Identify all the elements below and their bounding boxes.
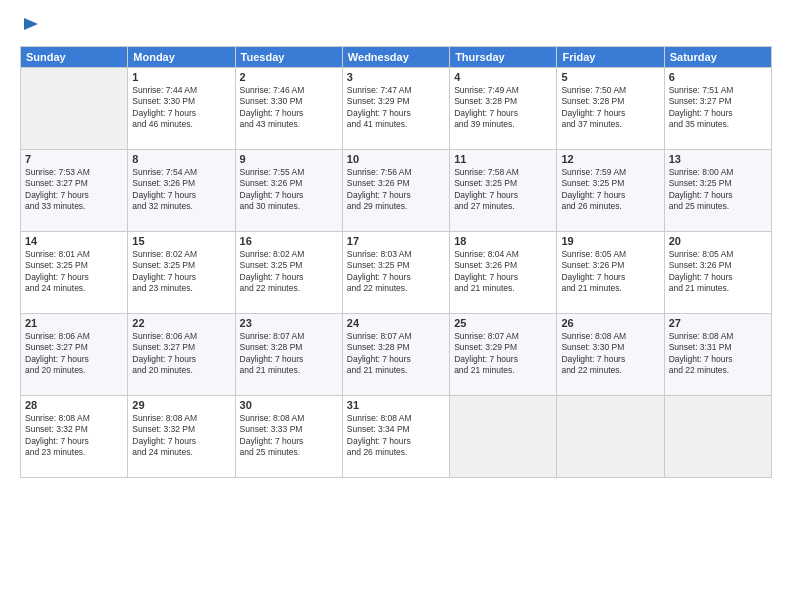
svg-marker-0: [24, 18, 38, 30]
day-number: 23: [240, 317, 338, 329]
day-number: 25: [454, 317, 552, 329]
day-number: 2: [240, 71, 338, 83]
day-number: 17: [347, 235, 445, 247]
cell-info: Sunrise: 8:07 AM Sunset: 3:28 PM Dayligh…: [347, 331, 445, 377]
cell-info: Sunrise: 8:08 AM Sunset: 3:32 PM Dayligh…: [25, 413, 123, 459]
cell-info: Sunrise: 8:03 AM Sunset: 3:25 PM Dayligh…: [347, 249, 445, 295]
week-row-4: 21Sunrise: 8:06 AM Sunset: 3:27 PM Dayli…: [21, 314, 772, 396]
weekday-header-wednesday: Wednesday: [342, 47, 449, 68]
calendar-cell: 15Sunrise: 8:02 AM Sunset: 3:25 PM Dayli…: [128, 232, 235, 314]
cell-info: Sunrise: 8:08 AM Sunset: 3:31 PM Dayligh…: [669, 331, 767, 377]
calendar-cell: 16Sunrise: 8:02 AM Sunset: 3:25 PM Dayli…: [235, 232, 342, 314]
calendar-cell: [450, 396, 557, 478]
cell-info: Sunrise: 8:05 AM Sunset: 3:26 PM Dayligh…: [669, 249, 767, 295]
cell-info: Sunrise: 8:08 AM Sunset: 3:32 PM Dayligh…: [132, 413, 230, 459]
calendar-cell: 19Sunrise: 8:05 AM Sunset: 3:26 PM Dayli…: [557, 232, 664, 314]
weekday-header-monday: Monday: [128, 47, 235, 68]
cell-info: Sunrise: 7:54 AM Sunset: 3:26 PM Dayligh…: [132, 167, 230, 213]
cell-info: Sunrise: 8:07 AM Sunset: 3:28 PM Dayligh…: [240, 331, 338, 377]
day-number: 12: [561, 153, 659, 165]
cell-info: Sunrise: 7:55 AM Sunset: 3:26 PM Dayligh…: [240, 167, 338, 213]
calendar-cell: 14Sunrise: 8:01 AM Sunset: 3:25 PM Dayli…: [21, 232, 128, 314]
calendar-cell: 23Sunrise: 8:07 AM Sunset: 3:28 PM Dayli…: [235, 314, 342, 396]
day-number: 26: [561, 317, 659, 329]
week-row-3: 14Sunrise: 8:01 AM Sunset: 3:25 PM Dayli…: [21, 232, 772, 314]
day-number: 28: [25, 399, 123, 411]
day-number: 19: [561, 235, 659, 247]
cell-info: Sunrise: 7:51 AM Sunset: 3:27 PM Dayligh…: [669, 85, 767, 131]
calendar-cell: 12Sunrise: 7:59 AM Sunset: 3:25 PM Dayli…: [557, 150, 664, 232]
logo-flag-icon: [22, 16, 40, 38]
cell-info: Sunrise: 8:02 AM Sunset: 3:25 PM Dayligh…: [240, 249, 338, 295]
cell-info: Sunrise: 7:49 AM Sunset: 3:28 PM Dayligh…: [454, 85, 552, 131]
cell-info: Sunrise: 7:46 AM Sunset: 3:30 PM Dayligh…: [240, 85, 338, 131]
header: [20, 16, 772, 36]
calendar-cell: 13Sunrise: 8:00 AM Sunset: 3:25 PM Dayli…: [664, 150, 771, 232]
calendar-cell: 1Sunrise: 7:44 AM Sunset: 3:30 PM Daylig…: [128, 68, 235, 150]
weekday-header-friday: Friday: [557, 47, 664, 68]
weekday-header-sunday: Sunday: [21, 47, 128, 68]
calendar-table: SundayMondayTuesdayWednesdayThursdayFrid…: [20, 46, 772, 478]
day-number: 20: [669, 235, 767, 247]
day-number: 9: [240, 153, 338, 165]
day-number: 1: [132, 71, 230, 83]
cell-info: Sunrise: 8:01 AM Sunset: 3:25 PM Dayligh…: [25, 249, 123, 295]
calendar-cell: [664, 396, 771, 478]
week-row-2: 7Sunrise: 7:53 AM Sunset: 3:27 PM Daylig…: [21, 150, 772, 232]
logo: [20, 16, 40, 36]
calendar-cell: 9Sunrise: 7:55 AM Sunset: 3:26 PM Daylig…: [235, 150, 342, 232]
calendar-cell: 5Sunrise: 7:50 AM Sunset: 3:28 PM Daylig…: [557, 68, 664, 150]
day-number: 22: [132, 317, 230, 329]
calendar-cell: 29Sunrise: 8:08 AM Sunset: 3:32 PM Dayli…: [128, 396, 235, 478]
day-number: 29: [132, 399, 230, 411]
calendar-cell: 10Sunrise: 7:56 AM Sunset: 3:26 PM Dayli…: [342, 150, 449, 232]
calendar-cell: 7Sunrise: 7:53 AM Sunset: 3:27 PM Daylig…: [21, 150, 128, 232]
cell-info: Sunrise: 7:56 AM Sunset: 3:26 PM Dayligh…: [347, 167, 445, 213]
calendar-cell: 2Sunrise: 7:46 AM Sunset: 3:30 PM Daylig…: [235, 68, 342, 150]
cell-info: Sunrise: 8:08 AM Sunset: 3:34 PM Dayligh…: [347, 413, 445, 459]
weekday-header-tuesday: Tuesday: [235, 47, 342, 68]
cell-info: Sunrise: 8:00 AM Sunset: 3:25 PM Dayligh…: [669, 167, 767, 213]
cell-info: Sunrise: 7:44 AM Sunset: 3:30 PM Dayligh…: [132, 85, 230, 131]
day-number: 24: [347, 317, 445, 329]
cell-info: Sunrise: 8:08 AM Sunset: 3:30 PM Dayligh…: [561, 331, 659, 377]
day-number: 6: [669, 71, 767, 83]
calendar-cell: 21Sunrise: 8:06 AM Sunset: 3:27 PM Dayli…: [21, 314, 128, 396]
cell-info: Sunrise: 8:04 AM Sunset: 3:26 PM Dayligh…: [454, 249, 552, 295]
calendar-cell: [21, 68, 128, 150]
day-number: 18: [454, 235, 552, 247]
calendar-cell: 26Sunrise: 8:08 AM Sunset: 3:30 PM Dayli…: [557, 314, 664, 396]
day-number: 3: [347, 71, 445, 83]
calendar-cell: 24Sunrise: 8:07 AM Sunset: 3:28 PM Dayli…: [342, 314, 449, 396]
weekday-header-saturday: Saturday: [664, 47, 771, 68]
weekday-header-thursday: Thursday: [450, 47, 557, 68]
cell-info: Sunrise: 7:58 AM Sunset: 3:25 PM Dayligh…: [454, 167, 552, 213]
day-number: 10: [347, 153, 445, 165]
calendar-cell: 17Sunrise: 8:03 AM Sunset: 3:25 PM Dayli…: [342, 232, 449, 314]
calendar-cell: 28Sunrise: 8:08 AM Sunset: 3:32 PM Dayli…: [21, 396, 128, 478]
weekday-header-row: SundayMondayTuesdayWednesdayThursdayFrid…: [21, 47, 772, 68]
cell-info: Sunrise: 7:59 AM Sunset: 3:25 PM Dayligh…: [561, 167, 659, 213]
cell-info: Sunrise: 8:02 AM Sunset: 3:25 PM Dayligh…: [132, 249, 230, 295]
week-row-1: 1Sunrise: 7:44 AM Sunset: 3:30 PM Daylig…: [21, 68, 772, 150]
calendar-cell: 30Sunrise: 8:08 AM Sunset: 3:33 PM Dayli…: [235, 396, 342, 478]
cell-info: Sunrise: 8:08 AM Sunset: 3:33 PM Dayligh…: [240, 413, 338, 459]
cell-info: Sunrise: 8:05 AM Sunset: 3:26 PM Dayligh…: [561, 249, 659, 295]
day-number: 14: [25, 235, 123, 247]
day-number: 15: [132, 235, 230, 247]
cell-info: Sunrise: 7:53 AM Sunset: 3:27 PM Dayligh…: [25, 167, 123, 213]
calendar-cell: 8Sunrise: 7:54 AM Sunset: 3:26 PM Daylig…: [128, 150, 235, 232]
calendar-cell: 27Sunrise: 8:08 AM Sunset: 3:31 PM Dayli…: [664, 314, 771, 396]
day-number: 16: [240, 235, 338, 247]
calendar-cell: 25Sunrise: 8:07 AM Sunset: 3:29 PM Dayli…: [450, 314, 557, 396]
day-number: 21: [25, 317, 123, 329]
day-number: 27: [669, 317, 767, 329]
calendar-cell: 6Sunrise: 7:51 AM Sunset: 3:27 PM Daylig…: [664, 68, 771, 150]
calendar-cell: 3Sunrise: 7:47 AM Sunset: 3:29 PM Daylig…: [342, 68, 449, 150]
calendar-cell: 22Sunrise: 8:06 AM Sunset: 3:27 PM Dayli…: [128, 314, 235, 396]
calendar-cell: 18Sunrise: 8:04 AM Sunset: 3:26 PM Dayli…: [450, 232, 557, 314]
calendar-cell: 20Sunrise: 8:05 AM Sunset: 3:26 PM Dayli…: [664, 232, 771, 314]
cell-info: Sunrise: 8:07 AM Sunset: 3:29 PM Dayligh…: [454, 331, 552, 377]
day-number: 30: [240, 399, 338, 411]
calendar-cell: 11Sunrise: 7:58 AM Sunset: 3:25 PM Dayli…: [450, 150, 557, 232]
